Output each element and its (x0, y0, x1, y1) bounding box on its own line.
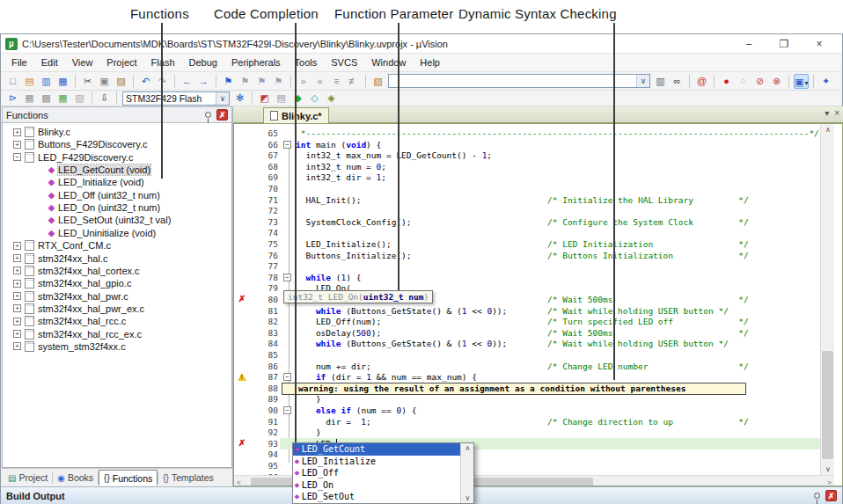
breakpoint-disabled-icon[interactable]: ○ (736, 74, 751, 89)
completion-scroll-up-icon[interactable]: ∧ (461, 444, 474, 452)
menu-project[interactable]: Project (99, 55, 143, 70)
scroll-right-icon[interactable]: > (827, 478, 832, 486)
tree-item-buttons-f429discovery-c[interactable]: +Buttons_F429Discovery.c (3, 138, 231, 150)
menu-file[interactable]: File (4, 55, 34, 70)
expand-icon[interactable]: + (13, 254, 21, 262)
expand-icon[interactable]: + (13, 318, 21, 325)
scroll-up-icon[interactable]: ∧ (821, 126, 835, 134)
expand-icon[interactable]: + (13, 141, 21, 149)
expand-icon[interactable]: + (13, 280, 21, 288)
menu-peripherals[interactable]: Peripherals (224, 55, 288, 70)
manage-rte-icon[interactable]: ◩ (257, 91, 272, 106)
tab-close-icon[interactable]: × (834, 108, 839, 118)
manage-project-items-icon[interactable]: ▤ (274, 91, 289, 106)
panel-tab-templates[interactable]: {}Templates (158, 470, 218, 486)
completion-item-led_off[interactable]: ◆LED_Off (293, 467, 460, 479)
find-dropdown-icon[interactable]: ∨ (636, 75, 649, 87)
tree-item-stm32f4xx-hal-pwr-c[interactable]: +stm32f4xx_hal_pwr.c (3, 290, 231, 303)
find-combobox[interactable]: ∨ (388, 74, 650, 88)
tree-item-led-setout-uint32-t-val-[interactable]: ◆LED_SetOut (uint32_t val) (3, 214, 231, 226)
expand-icon[interactable]: + (13, 330, 21, 338)
close-button[interactable]: × (802, 34, 837, 54)
menu-debug[interactable]: Debug (182, 55, 224, 70)
maximize-button[interactable]: ❐ (766, 34, 802, 54)
tree-item-stm32f4xx-hal-rcc-c[interactable]: +stm32f4xx_hal_rcc.c (3, 315, 231, 327)
completion-item-led_getcount[interactable]: ◆LED_GetCount (293, 443, 460, 456)
paste-icon[interactable]: ▨ (114, 74, 128, 89)
edit-config-icon[interactable]: ▧ (370, 74, 385, 89)
pin-icon[interactable] (205, 112, 211, 118)
undo-icon[interactable]: ↶ (138, 74, 153, 89)
build-icon[interactable]: ▦ (22, 91, 37, 106)
tree-item-led-off-uint32-t-num-[interactable]: ◆LED_Off (uint32_t num) (3, 189, 231, 201)
breakpoint-icon[interactable]: ● (719, 74, 734, 89)
scroll-left-icon[interactable]: < (237, 478, 241, 486)
panel-tab-functions[interactable]: {}Functions (99, 470, 158, 486)
collapse-icon[interactable]: − (13, 153, 21, 161)
fold-collapse-icon[interactable]: − (283, 274, 291, 281)
expand-icon[interactable]: + (13, 304, 21, 312)
panel-tab-project[interactable]: ▤Project (4, 470, 52, 486)
stop-build-icon[interactable]: ▧ (72, 91, 87, 106)
menu-edit[interactable]: Edit (34, 55, 65, 70)
tree-item-rtx-conf-cm-c[interactable]: +RTX_Conf_CM.c (3, 239, 231, 252)
completion-scrollbar[interactable]: ∧ ∨ (460, 443, 473, 503)
configure-tools-icon[interactable]: ✦ (818, 74, 833, 89)
tree-item-stm32f4xx-hal-pwr-ex-c[interactable]: +stm32f4xx_hal_pwr_ex.c (3, 303, 231, 315)
save-all-icon[interactable]: ▦ (55, 74, 70, 89)
bookmark-prev-icon[interactable]: ⚑ (254, 74, 269, 89)
bookmark-next-icon[interactable]: ⚑ (238, 74, 253, 89)
expand-icon[interactable]: + (13, 242, 21, 250)
menu-help[interactable]: Help (413, 55, 447, 70)
completion-scroll-down-icon[interactable]: ∨ (461, 494, 474, 502)
find-icon[interactable]: ∞ (670, 74, 685, 89)
build-output-close-icon[interactable]: ✗ (825, 490, 837, 501)
navigate-back-icon[interactable]: ← (180, 74, 194, 89)
current-window-icon[interactable]: ▣▾ (794, 74, 809, 89)
books-icon[interactable]: ◈ (324, 91, 339, 106)
tree-item-led-getcount-void-[interactable]: ◆LED_GetCount (void) (3, 164, 231, 176)
expand-icon[interactable]: + (13, 342, 21, 350)
functions-panel-close-icon[interactable]: ✗ (216, 109, 228, 121)
code-editor[interactable]: 65 *------------------------------------… (233, 123, 843, 486)
save-icon[interactable]: ▥ (39, 74, 54, 89)
cut-icon[interactable]: ✂ (80, 74, 95, 89)
vertical-scroll-thumb[interactable] (822, 351, 833, 459)
fold-collapse-icon[interactable]: − (283, 373, 291, 381)
tree-item-led-initialize-void-[interactable]: ◆LED_Initialize (void) (3, 176, 231, 188)
tree-item-stm32f4xx-hal-cortex-c[interactable]: +stm32f4xx_hal_cortex.c (3, 265, 231, 277)
tab-list-dropdown-icon[interactable]: ▾ (825, 108, 829, 118)
expand-icon[interactable]: + (13, 267, 21, 274)
functions-tree[interactable]: +Blinky.c+Buttons_F429Discovery.c−LED_F4… (2, 123, 232, 468)
completion-list[interactable]: ◆LED_GetCount◆LED_Initialize◆LED_Off◆LED… (293, 443, 460, 503)
menu-window[interactable]: Window (364, 55, 413, 70)
batch-build-icon[interactable]: ▦ (55, 91, 70, 106)
scroll-down-icon[interactable]: ∨ (821, 465, 835, 473)
rebuild-icon[interactable]: ▩ (39, 91, 54, 106)
tree-item-blinky-c[interactable]: +Blinky.c (3, 126, 231, 138)
editor-vertical-scrollbar[interactable]: ∧ ∨ (820, 124, 834, 475)
menu-flash[interactable]: Flash (144, 55, 182, 70)
tree-item-stm32f4xx-hal-c[interactable]: +stm32f4xx_hal.c (3, 252, 231, 265)
outdent-icon[interactable]: « (312, 74, 327, 89)
bookmark-toggle-icon[interactable]: ⚑ (221, 74, 236, 89)
bookmark-clear-icon[interactable]: ⚑ (271, 74, 286, 89)
tree-item-led-on-uint32-t-num-[interactable]: ◆LED_On (uint32_t num) (3, 201, 231, 214)
fold-collapse-icon[interactable]: − (283, 141, 291, 149)
open-folder-icon[interactable]: ▤ (22, 74, 37, 89)
indent-icon[interactable]: » (296, 74, 311, 89)
completion-item-led_on[interactable]: ◆LED_On (293, 479, 460, 492)
tree-item-system-stm32f4xx-c[interactable]: +system_stm32f4xx.c (3, 340, 231, 353)
completion-item-led_setout[interactable]: ◆LED_SetOut (293, 491, 460, 503)
pack-installer-icon[interactable]: ◆ (290, 91, 305, 106)
translate-file-icon[interactable]: ⊳ (5, 91, 20, 106)
menu-svcs[interactable]: SVCS (324, 55, 364, 70)
expand-icon[interactable]: + (13, 292, 21, 300)
uncomment-icon[interactable]: ≢ (346, 74, 361, 89)
minimize-button[interactable]: – (731, 34, 766, 54)
menu-view[interactable]: View (65, 55, 100, 70)
select-packs-icon[interactable]: ◇ (307, 91, 322, 106)
build-output-pin-icon[interactable] (814, 493, 820, 499)
tree-item-stm32f4xx-hal-rcc-ex-c[interactable]: +stm32f4xx_hal_rcc_ex.c (3, 328, 231, 340)
tree-item-led-uninitialize-void-[interactable]: ◆LED_Uninitialize (void) (3, 227, 231, 239)
